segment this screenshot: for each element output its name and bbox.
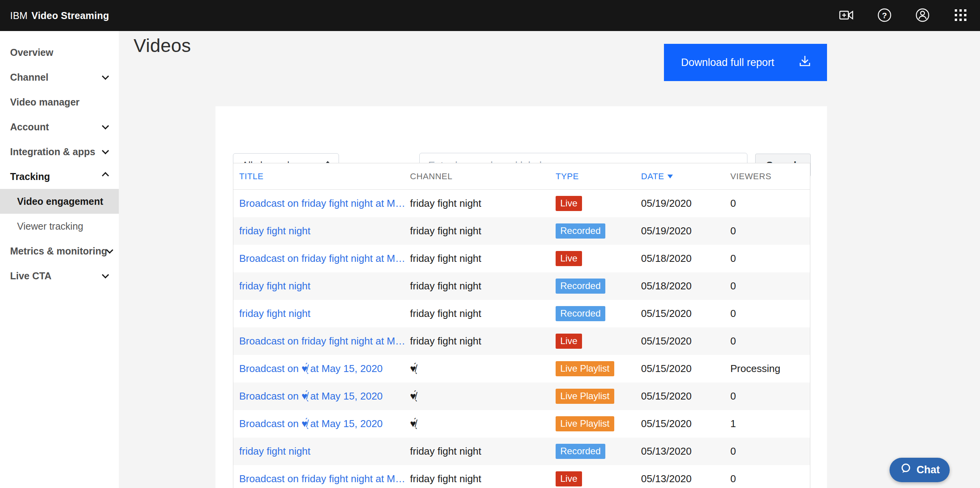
video-title-link[interactable]: Broadcast on ♥̸̖́ at May 15, 2020 <box>239 363 383 374</box>
video-title-link[interactable]: Broadcast on friday fight night at M… <box>239 197 404 209</box>
cell-type: Live Playlist <box>550 416 635 431</box>
sidebar-item-tracking[interactable]: Tracking <box>0 164 119 189</box>
table-row: Broadcast on friday fight night at M…fri… <box>233 465 810 488</box>
cell-type: Live <box>550 196 635 211</box>
cell-channel: friday fight night <box>404 335 550 347</box>
cell-viewers: 0 <box>725 197 811 209</box>
videos-table: TITLECHANNELTYPEDATEVIEWERS Broadcast on… <box>233 163 810 488</box>
cell-type: Live <box>550 251 635 266</box>
add-video-icon <box>839 7 854 24</box>
type-badge-live-playlist: Live Playlist <box>556 416 614 431</box>
cell-title: Broadcast on ♥̸̖́ at May 15, 2020 <box>233 390 404 402</box>
table-row: Broadcast on ♥̸̖́ at May 15, 2020♥̸̖́Liv… <box>233 355 810 382</box>
brand: IBMVideo Streaming <box>10 10 109 21</box>
sidebar-item-overview[interactable]: Overview <box>0 40 119 65</box>
cell-viewers: 0 <box>725 253 811 265</box>
content-card: All channels Search TITLECHANNELTYPEDATE… <box>215 106 827 488</box>
cell-viewers: 0 <box>725 445 811 457</box>
cell-channel: friday fight night <box>404 197 550 209</box>
type-badge-live: Live <box>556 471 582 486</box>
cell-title: friday fight night <box>233 445 404 457</box>
cell-date: 05/13/2020 <box>635 445 725 457</box>
cell-title: Broadcast on friday fight night at M… <box>233 335 404 347</box>
column-header-channel[interactable]: CHANNEL <box>404 171 550 182</box>
sidebar: OverviewChannelVideo managerAccountInteg… <box>0 31 119 488</box>
table-row: friday fight nightfriday fight nightReco… <box>233 272 810 300</box>
column-header-title[interactable]: TITLE <box>233 171 404 182</box>
cell-title: friday fight night <box>233 225 404 237</box>
cell-date: 05/15/2020 <box>635 418 725 430</box>
app-switcher-button[interactable] <box>953 8 968 23</box>
column-header-label: VIEWERS <box>730 171 771 182</box>
column-header-label: DATE <box>641 171 664 182</box>
download-full-report-button[interactable]: Download full report <box>664 44 827 81</box>
video-title-link[interactable]: friday fight night <box>239 225 311 237</box>
video-title-link[interactable]: Broadcast on ♥̸̖́ at May 15, 2020 <box>239 418 383 429</box>
sidebar-item-label: Integration & apps <box>10 146 103 157</box>
sidebar-item-account[interactable]: Account <box>0 114 119 139</box>
sidebar-item-video-engagement[interactable]: Video engagement <box>0 189 119 214</box>
sidebar-item-channel[interactable]: Channel <box>0 65 119 90</box>
sidebar-item-live-cta[interactable]: Live CTA <box>0 263 119 288</box>
app-header: IBMVideo Streaming ? <box>0 0 980 31</box>
cell-type: Recorded <box>550 223 635 238</box>
cell-title: friday fight night <box>233 280 404 292</box>
cell-viewers: 0 <box>725 280 811 292</box>
sidebar-item-viewer-tracking[interactable]: Viewer tracking <box>0 214 119 239</box>
cell-type: Recorded <box>550 279 635 293</box>
chevron-down-icon <box>102 73 109 80</box>
sidebar-item-metrics-monitoring[interactable]: Metrics & monitoring <box>0 239 119 263</box>
video-title-link[interactable]: Broadcast on friday fight night at M… <box>239 253 404 264</box>
brand-prefix: IBM <box>10 10 28 21</box>
svg-text:?: ? <box>882 11 887 20</box>
video-title-link[interactable]: friday fight night <box>239 445 311 457</box>
table-header-row: TITLECHANNELTYPEDATEVIEWERS <box>233 163 810 190</box>
sidebar-item-label: Video engagement <box>17 196 108 207</box>
cell-channel: ♥̸̖́ <box>404 390 550 402</box>
chat-button[interactable]: Chat <box>890 458 950 482</box>
video-title-link[interactable]: friday fight night <box>239 280 311 292</box>
video-title-link[interactable]: Broadcast on friday fight night at M… <box>239 473 404 485</box>
sidebar-item-label: Overview <box>10 47 108 58</box>
type-badge-live: Live <box>556 251 582 266</box>
column-header-label: TYPE <box>556 171 579 182</box>
column-header-viewers[interactable]: VIEWERS <box>725 171 811 182</box>
table-row: Broadcast on ♥̸̖́ at May 15, 2020♥̸̖́Liv… <box>233 410 810 438</box>
chat-icon <box>900 462 912 478</box>
help-button[interactable]: ? <box>877 8 892 23</box>
cell-type: Live <box>550 471 635 486</box>
sidebar-item-label: Account <box>10 121 103 133</box>
chevron-down-icon <box>102 122 109 129</box>
cell-type: Live Playlist <box>550 389 635 403</box>
cell-title: Broadcast on friday fight night at M… <box>233 197 404 209</box>
table-row: friday fight nightfriday fight nightReco… <box>233 300 810 327</box>
cell-channel: friday fight night <box>404 473 550 485</box>
sidebar-item-video-manager[interactable]: Video manager <box>0 90 119 114</box>
header-actions: ? <box>839 8 968 23</box>
account-button[interactable] <box>915 8 930 23</box>
sidebar-item-label: Viewer tracking <box>17 221 108 232</box>
video-title-link[interactable]: Broadcast on ♥̸̖́ at May 15, 2020 <box>239 390 383 402</box>
table-row: Broadcast on friday fight night at M…fri… <box>233 327 810 355</box>
cell-date: 05/18/2020 <box>635 253 725 265</box>
video-title-link[interactable]: Broadcast on friday fight night at M… <box>239 335 404 347</box>
chevron-down-icon <box>102 147 109 154</box>
cell-title: friday fight night <box>233 308 404 320</box>
cell-viewers: 0 <box>725 473 811 485</box>
cell-channel: ♥̸̖́ <box>404 418 550 430</box>
sidebar-item-integration-apps[interactable]: Integration & apps <box>0 139 119 164</box>
column-header-type[interactable]: TYPE <box>550 171 635 182</box>
cell-viewers: Processing <box>725 363 811 375</box>
table-row: Broadcast on friday fight night at M…fri… <box>233 245 810 272</box>
cell-date: 05/18/2020 <box>635 280 725 292</box>
cell-viewers: 0 <box>725 335 811 347</box>
video-title-link[interactable]: friday fight night <box>239 308 311 319</box>
column-header-date[interactable]: DATE <box>635 171 725 182</box>
cell-viewers: 0 <box>725 308 811 320</box>
add-video-button[interactable] <box>839 8 854 23</box>
type-badge-recorded: Recorded <box>556 444 605 459</box>
chevron-up-icon <box>102 172 109 179</box>
type-badge-recorded: Recorded <box>556 279 605 293</box>
main-content: Videos Download full report All channels… <box>119 31 980 488</box>
sidebar-item-label: Video manager <box>10 97 108 108</box>
